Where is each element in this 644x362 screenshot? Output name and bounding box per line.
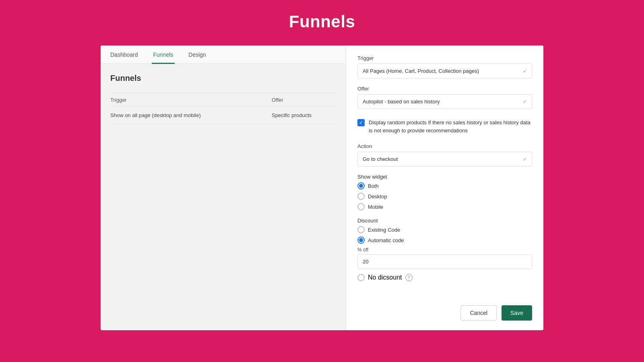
trigger-label: Trigger	[357, 55, 532, 61]
discount-radio-group: Existing Code Automatic code	[357, 226, 532, 244]
random-products-label: Display random products If there no sale…	[369, 119, 532, 134]
show-widget-group: Show widget Both Desktop Mobile	[357, 174, 532, 210]
save-button[interactable]: Save	[502, 305, 532, 321]
radio-both-outer	[357, 182, 365, 189]
cancel-button[interactable]: Cancel	[460, 305, 497, 321]
radio-desktop-outer	[357, 193, 365, 200]
table-header: Trigger Offer	[110, 93, 336, 107]
trigger-select[interactable]: All Pages (Home, Cart, Product, Collecti…	[358, 64, 532, 78]
action-label: Action	[357, 143, 532, 149]
radio-existing-code[interactable]: Existing Code	[357, 226, 532, 233]
offer-select[interactable]: Autopilot - based on sales history	[358, 95, 532, 109]
radio-automatic-code[interactable]: Automatic code	[357, 237, 532, 244]
action-group: Action Go to checkout ✓	[357, 143, 532, 167]
row-trigger: Show on all page (desktop and mobile)	[110, 112, 272, 118]
left-content: Funnels Trigger Offer Show on all page (…	[101, 64, 346, 134]
action-select[interactable]: Go to checkout	[358, 152, 532, 166]
col-trigger: Trigger	[110, 97, 272, 103]
discount-label: Discount	[357, 218, 532, 224]
radio-existing-label: Existing Code	[368, 227, 400, 233]
percent-off-label: % off	[357, 247, 532, 253]
funnels-heading: Funnels	[110, 74, 336, 83]
offer-select-wrapper: Autopilot - based on sales history ✓	[357, 94, 532, 109]
page-header: Funnels	[0, 0, 644, 41]
show-widget-label: Show widget	[357, 174, 532, 180]
checkmark-icon: ✓	[359, 119, 363, 126]
table-row: Show on all page (desktop and mobile) Sp…	[110, 107, 336, 124]
row-offer: Specific products	[272, 112, 336, 118]
radio-both-label: Both	[368, 183, 379, 189]
left-panel: Dashboard Funnels Design Funnels Trigger…	[101, 45, 346, 330]
offer-label: Offer	[357, 86, 532, 92]
random-products-checkbox-row: ✓ Display random products If there no sa…	[357, 116, 532, 137]
right-panel: Trigger All Pages (Home, Cart, Product, …	[346, 45, 543, 330]
radio-automatic-outer	[357, 237, 365, 244]
tab-design[interactable]: Design	[187, 46, 208, 64]
page-title: Funnels	[0, 12, 644, 31]
radio-automatic-inner	[359, 238, 363, 242]
radio-no-discount-outer[interactable]	[357, 274, 365, 281]
tab-dashboard[interactable]: Dashboard	[109, 46, 140, 64]
trigger-select-wrapper: All Pages (Home, Cart, Product, Collecti…	[357, 64, 532, 78]
nav-tabs: Dashboard Funnels Design	[101, 45, 346, 64]
radio-mobile-label: Mobile	[368, 204, 383, 210]
offer-group: Offer Autopilot - based on sales history…	[357, 86, 532, 109]
radio-existing-outer	[357, 226, 365, 233]
tab-funnels[interactable]: Funnels	[152, 46, 175, 64]
discount-group: Discount Existing Code Automatic code % …	[357, 218, 532, 281]
radio-both-inner	[359, 184, 363, 188]
radio-mobile[interactable]: Mobile	[357, 203, 532, 210]
show-widget-radio-group: Both Desktop Mobile	[357, 182, 532, 210]
radio-both[interactable]: Both	[357, 182, 532, 189]
radio-automatic-label: Automatic code	[368, 237, 404, 243]
no-discount-label: No dicsount	[368, 274, 402, 281]
random-products-checkbox[interactable]: ✓	[357, 119, 365, 126]
no-discount-row: No dicsount ?	[357, 274, 532, 281]
radio-mobile-outer	[357, 203, 365, 210]
action-select-wrapper: Go to checkout ✓	[357, 152, 532, 167]
radio-desktop[interactable]: Desktop	[357, 193, 532, 200]
col-offer: Offer	[272, 97, 336, 103]
help-icon[interactable]: ?	[405, 274, 413, 281]
action-buttons: Cancel Save	[357, 297, 532, 321]
main-container: Dashboard Funnels Design Funnels Trigger…	[101, 45, 543, 330]
trigger-group: Trigger All Pages (Home, Cart, Product, …	[357, 55, 532, 78]
percent-off-input[interactable]	[357, 254, 532, 269]
radio-desktop-label: Desktop	[368, 193, 387, 200]
